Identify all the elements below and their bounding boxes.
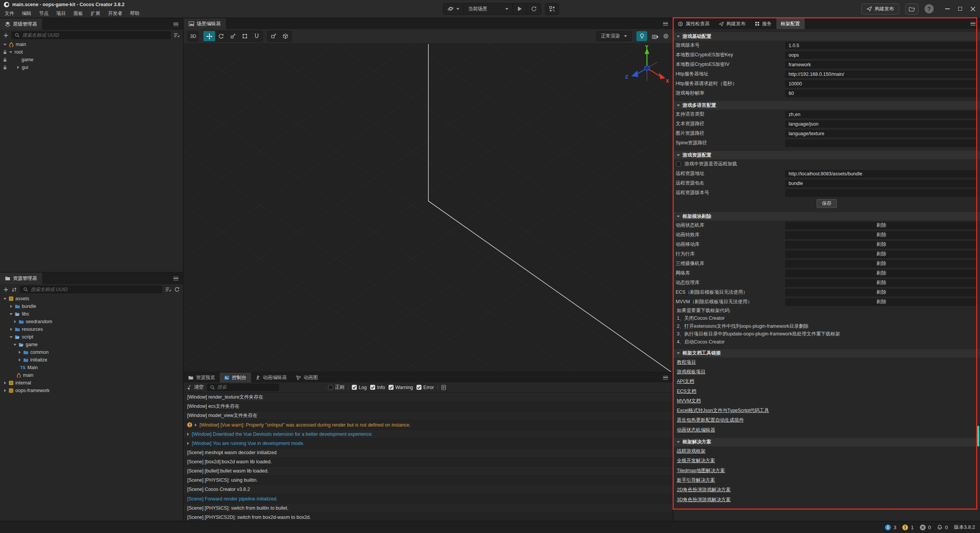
scene-menu-icon[interactable] (663, 22, 668, 26)
link-tiledmap-solution[interactable]: Tiledmap地图解决方案 (673, 466, 980, 475)
log-file-icon[interactable] (441, 385, 446, 390)
game-version-input[interactable]: 1.0.5 (785, 42, 978, 49)
section-language-config[interactable]: 游戏多语言配置 (673, 101, 980, 110)
build-publish-button[interactable]: 构建发布 (861, 3, 899, 15)
clear-console-button[interactable]: 清空 (187, 384, 204, 391)
hierarchy-node-gui[interactable]: gui (0, 64, 183, 71)
asset-row-assets[interactable]: assets (0, 295, 183, 302)
trim-button[interactable]: 剔除 (785, 250, 978, 258)
link-ecs-docs[interactable]: ECS文档 (673, 386, 980, 396)
tab-console[interactable]: 控制台 (220, 373, 251, 383)
link-guide-solution[interactable]: 新手引导解决方案 (673, 476, 980, 485)
hierarchy-search-input[interactable]: 搜索名称或 UUID (11, 31, 171, 39)
section-game-base-config[interactable]: 游戏基础配置 (673, 32, 980, 41)
help-button[interactable]: ? (924, 4, 934, 13)
info-count-icon[interactable] (885, 525, 891, 530)
lighting-toggle-button[interactable] (636, 31, 647, 41)
tab-animation-graph[interactable]: 动画图 (291, 373, 323, 383)
open-project-folder-button[interactable] (905, 3, 918, 15)
scrollbar-thumb[interactable] (977, 426, 979, 446)
regex-checkbox[interactable]: 正则 (328, 384, 345, 391)
toggle-2d-3d-button[interactable]: 3D (188, 31, 199, 41)
asset-row-resources[interactable]: resources (0, 325, 183, 333)
spine-path-input[interactable] (785, 139, 978, 147)
create-node-button[interactable] (3, 33, 8, 38)
log-row[interactable]: [Window] model_view文件夹存在 (184, 411, 673, 420)
console-log-list[interactable]: [Window] render_texture文件夹存在 [Window] ec… (184, 393, 673, 521)
preview-qrcode-button[interactable] (545, 3, 559, 15)
section-solutions[interactable]: 框架解决方案 (673, 438, 980, 446)
trim-button[interactable]: 剔除 (785, 289, 978, 296)
info-log-row[interactable]: [Scene] Forward render pipeline initiali… (184, 494, 673, 504)
link-mvvm-docs[interactable]: MVVM文档 (673, 396, 980, 406)
trim-button[interactable]: 剔除 (785, 270, 978, 277)
create-asset-button[interactable] (3, 287, 8, 292)
render-mode-dropdown[interactable]: 正常渲染 (596, 31, 632, 41)
http-timeout-input[interactable]: 10000 (785, 80, 978, 88)
chevron-expanded-icon[interactable] (9, 51, 13, 53)
filter-icon[interactable] (165, 287, 171, 292)
tab-property-inspector[interactable]: 属性检查器 (673, 18, 714, 29)
remote-load-checkbox[interactable] (676, 162, 681, 167)
scene-editor-tab[interactable]: 场景编辑器 (184, 18, 226, 29)
link-tutorial-project[interactable]: 教程项目 (673, 358, 980, 367)
restart-button[interactable] (527, 3, 541, 15)
hierarchy-node-game[interactable]: game (0, 56, 183, 64)
link-api-docs[interactable]: API文档 (673, 377, 980, 386)
link-animator-editor[interactable]: 动画状态机编辑器 (673, 425, 980, 435)
trim-button[interactable]: 剔除 (785, 222, 978, 229)
gizmo-tool-button[interactable] (251, 31, 263, 41)
section-doc-links[interactable]: 框架文档工具链接 (673, 349, 980, 358)
assets-menu-icon[interactable] (173, 277, 178, 280)
filter-error-checkbox[interactable]: Error (416, 385, 434, 390)
pivot-toggle-button[interactable] (268, 31, 279, 41)
asset-row-libs[interactable]: libs (0, 310, 183, 318)
link-fullstack-solution[interactable]: 全栈开发解决方案 (673, 456, 980, 466)
chevron-collapsed-icon[interactable] (16, 66, 20, 69)
asset-row-initialize[interactable]: initialize (0, 356, 183, 364)
menu-help[interactable]: 帮助 (126, 10, 144, 17)
menu-node[interactable]: 节点 (35, 10, 52, 17)
log-row[interactable]: [Window] render_texture文件夹存在 (184, 393, 673, 402)
languages-input[interactable]: zh,en (785, 111, 978, 118)
move-tool-button[interactable] (203, 31, 215, 41)
expand-chevron-icon[interactable] (187, 442, 189, 445)
warning-count-icon[interactable] (902, 525, 908, 530)
log-row[interactable]: [Scene] [PHYSICS2D]: switch from box2d-w… (184, 513, 673, 521)
filter-info-checkbox[interactable]: Info (370, 385, 385, 390)
console-search-input[interactable]: 搜索 (207, 384, 279, 391)
sort-icon[interactable] (11, 287, 17, 292)
hierarchy-menu-icon[interactable] (173, 23, 178, 26)
crypto-key-input[interactable]: oops (785, 51, 978, 59)
tab-framework-config[interactable]: 框架配置 (776, 18, 805, 29)
tab-services[interactable]: 服务 (750, 18, 776, 29)
trim-button[interactable]: 剔除 (785, 260, 978, 268)
log-row[interactable]: [Scene] Cocos Creator v3.8.2 (184, 485, 673, 494)
filter-warning-checkbox[interactable]: Warning (389, 385, 413, 390)
tab-animation-editor[interactable]: 动画编辑器 (251, 373, 292, 383)
link-template-project[interactable]: 游戏模板项目 (673, 367, 980, 377)
texture-path-input[interactable]: language/texture (785, 130, 978, 137)
play-button[interactable] (513, 3, 527, 15)
asset-row-bundle[interactable]: bundle (0, 302, 183, 310)
chevron-expanded-icon[interactable] (3, 44, 7, 46)
rect-tool-button[interactable] (239, 31, 251, 41)
asset-row-script[interactable]: script (0, 333, 183, 341)
assets-tab[interactable]: 资源管理器 (0, 273, 42, 284)
section-module-trim[interactable]: 框架模块剔除 (673, 212, 980, 221)
hierarchy-node-main[interactable]: main (0, 41, 183, 48)
axis-gizmo[interactable]: Y X Z (622, 44, 672, 94)
asset-row-common[interactable]: common (0, 348, 183, 356)
scene-select-dropdown[interactable]: 当前场景 (464, 3, 513, 15)
inspector-menu-icon[interactable] (970, 22, 975, 26)
maximize-button[interactable] (958, 7, 962, 11)
text-path-input[interactable]: language/json (785, 120, 978, 128)
warning-log-row[interactable]: [Window] [Vue warn]: Property "onInput" … (184, 420, 673, 430)
remote-version-input[interactable] (785, 189, 978, 197)
link-2d-rpg-solution[interactable]: 2D角色扮演游戏解决方案 (673, 485, 980, 495)
error-count-icon[interactable] (920, 525, 926, 530)
assets-search-input[interactable]: 搜索名称或 UUID (20, 286, 162, 293)
menu-project[interactable]: 项目 (52, 10, 70, 17)
asset-row-main-ts[interactable]: TS Main (0, 364, 183, 371)
trim-button[interactable]: 剔除 (785, 298, 978, 306)
